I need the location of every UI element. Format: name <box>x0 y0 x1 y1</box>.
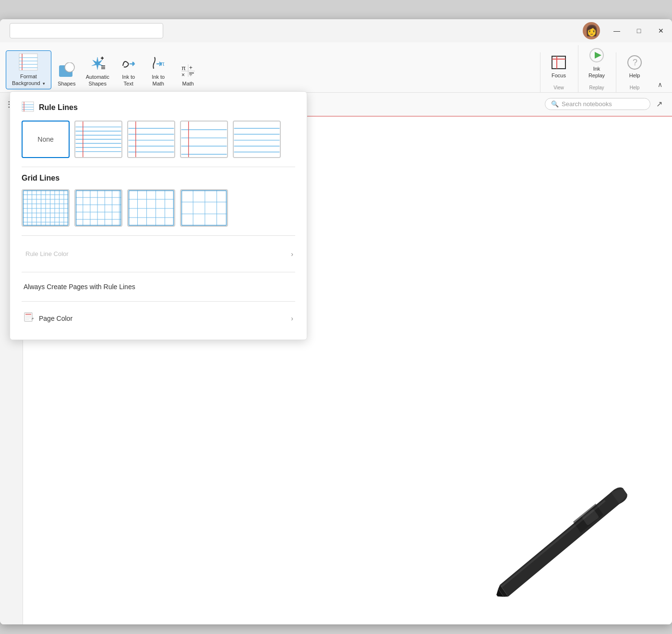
svg-text:÷: ÷ <box>189 72 192 78</box>
rule-lines-section-header: Rule Lines <box>22 101 295 114</box>
rule-lines-title: Rule Lines <box>39 103 78 112</box>
grid-option-large[interactable] <box>127 189 175 227</box>
always-create-pages-label: Always Create Pages with Rule Lines <box>24 283 135 291</box>
close-button[interactable]: ✕ <box>650 19 672 42</box>
minimize-button[interactable]: — <box>606 19 628 42</box>
svg-rect-31 <box>581 509 599 525</box>
grid-line-options <box>22 189 295 227</box>
app-window: — □ ✕ Format Bac <box>0 19 672 624</box>
rule-option-none[interactable]: None <box>22 121 70 158</box>
divider-2 <box>22 235 295 236</box>
math-button[interactable]: π + × ÷ Math <box>174 61 203 89</box>
help-button[interactable]: ? Help <box>620 52 649 81</box>
math-label: Math <box>182 81 193 87</box>
none-label: None <box>37 135 53 143</box>
format-background-button[interactable]: Format Background ▾ <box>6 50 51 89</box>
ink-to-math-button[interactable]: π Ink to Math <box>144 53 173 89</box>
svg-point-7 <box>65 62 74 72</box>
search-notebooks-input[interactable]: 🔍 Search notebooks <box>545 98 650 110</box>
rule-line-color-label: Rule Line Color <box>24 246 71 261</box>
shapes-icon <box>58 62 75 81</box>
automatic-shapes-label: Automatic Shapes <box>86 73 109 87</box>
grid-lines-title: Grid Lines <box>22 174 60 183</box>
stylus-illustration <box>469 458 672 624</box>
page-color-chevron-icon: › <box>291 315 293 322</box>
page-color-icon <box>24 312 34 324</box>
rule-option-wide[interactable] <box>180 121 228 158</box>
svg-rect-104 <box>181 190 227 226</box>
svg-text:?: ? <box>633 58 637 67</box>
divider-1 <box>22 167 295 167</box>
svg-rect-112 <box>25 314 31 315</box>
rule-option-narrow[interactable] <box>74 121 122 158</box>
title-bar-controls: — □ ✕ <box>583 19 672 42</box>
ink-to-text-icon: a <box>120 55 137 73</box>
ink-to-text-label: Ink to Text <box>122 73 135 87</box>
replay-group-label: Replay <box>589 85 604 92</box>
format-background-label: Format Background ▾ <box>12 73 45 87</box>
user-avatar[interactable] <box>583 22 600 39</box>
automatic-shapes-icon <box>89 55 106 73</box>
divider-4 <box>22 301 295 302</box>
rule-line-options: None <box>22 121 295 158</box>
page-color-label: Page Color <box>39 315 72 322</box>
page-color-item[interactable]: Page Color › <box>22 306 295 330</box>
expand-button[interactable]: ↗ <box>654 98 664 110</box>
ink-replay-icon <box>588 47 605 65</box>
view-group-label: View <box>553 85 564 92</box>
svg-text:a: a <box>132 60 134 66</box>
title-search-box[interactable] <box>10 23 163 38</box>
format-background-icon <box>18 53 38 73</box>
help-label: Help <box>629 73 640 79</box>
always-create-pages-item[interactable]: Always Create Pages with Rule Lines <box>22 277 295 296</box>
format-background-dropdown: Rule Lines None <box>10 91 307 340</box>
focus-label: Focus <box>552 73 566 79</box>
svg-rect-24 <box>552 56 565 69</box>
svg-text:+: + <box>189 64 192 71</box>
svg-text:×: × <box>181 72 185 78</box>
rule-line-color-item[interactable]: Rule Line Color › <box>22 241 295 267</box>
rule-option-legal[interactable] <box>233 121 281 158</box>
svg-rect-83 <box>76 190 121 226</box>
svg-text:π: π <box>160 60 165 67</box>
title-bar: — □ ✕ <box>0 19 672 42</box>
rule-lines-icon <box>22 101 34 114</box>
rule-option-college[interactable] <box>127 121 175 158</box>
automatic-shapes-button[interactable]: Automatic Shapes <box>82 53 113 89</box>
svg-marker-28 <box>595 52 601 59</box>
ink-to-text-button[interactable]: a Ink to Text <box>114 53 143 89</box>
rule-line-color-chevron-icon: › <box>291 250 293 258</box>
svg-rect-53 <box>181 122 227 157</box>
page-color-left: Page Color <box>24 312 72 324</box>
ribbon: Format Background ▾ Shapes <box>0 42 672 93</box>
ink-replay-label: Ink Replay <box>588 65 605 79</box>
shapes-label: Shapes <box>58 81 75 87</box>
help-icon: ? <box>626 54 643 73</box>
svg-rect-95 <box>129 190 174 226</box>
shapes-button[interactable]: Shapes <box>52 61 81 89</box>
focus-icon <box>550 54 567 73</box>
svg-text:π: π <box>181 64 186 72</box>
grid-lines-section-header: Grid Lines <box>22 174 295 183</box>
grid-option-small[interactable] <box>22 189 70 227</box>
focus-button[interactable]: Focus <box>544 52 573 81</box>
divider-3 <box>22 272 295 272</box>
grid-option-xlarge[interactable] <box>180 189 228 227</box>
grid-option-medium[interactable] <box>74 189 122 227</box>
help-group-label: Help <box>630 85 640 92</box>
math-icon: π + × ÷ <box>180 62 197 81</box>
ink-replay-button[interactable]: Ink Replay <box>582 45 611 81</box>
collapse-ribbon-button[interactable]: ∧ <box>654 79 666 90</box>
search-placeholder: Search notebooks <box>562 100 612 108</box>
ink-to-math-label: Ink to Math <box>152 73 165 87</box>
ink-to-math-icon: π <box>150 55 167 73</box>
maximize-button[interactable]: □ <box>628 19 650 42</box>
search-icon: 🔍 <box>551 100 559 108</box>
